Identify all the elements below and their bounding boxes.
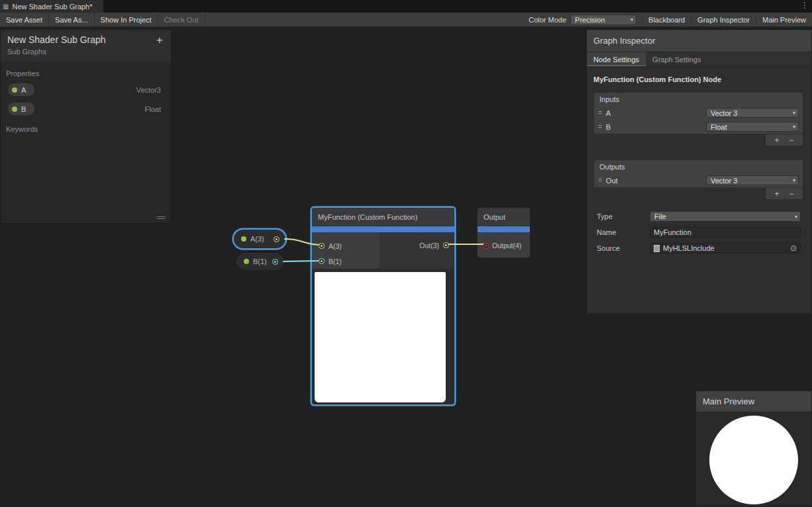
blackboard-title: New Shader Sub Graph	[7, 34, 164, 45]
add-property-button[interactable]: +	[156, 34, 163, 46]
port-icon[interactable]	[319, 258, 325, 264]
tab-node-settings[interactable]: Node Settings	[587, 52, 646, 66]
blackboard-property-row: A Vector3	[1, 80, 171, 99]
remove-output-button[interactable]: −	[789, 189, 794, 199]
type-label: Type	[597, 212, 650, 220]
blackboard-property-row: B Float	[1, 99, 171, 118]
port-icon[interactable]	[443, 242, 449, 248]
inspector-tabs: Node Settings Graph Settings	[587, 52, 811, 67]
shader-graph-icon: ▦	[3, 3, 9, 10]
outputs-list: Outputs = Out Vector 3 ▾	[593, 160, 803, 188]
node-preview-area[interactable]	[315, 272, 446, 402]
source-field-row: Source MyHLSLInclude ⊙	[597, 242, 801, 254]
inputs-list-footer: + −	[765, 134, 803, 146]
node-output[interactable]: Output Output(4)	[477, 207, 531, 258]
add-input-button[interactable]: +	[774, 136, 779, 145]
node-ports: A(3) B(1) Out(3)	[312, 232, 454, 269]
blackboard-header[interactable]: New Shader Sub Graph Sub Graphs +	[1, 30, 171, 63]
main-preview-toggle-button[interactable]: Main Preview	[756, 16, 812, 24]
save-asset-button[interactable]: Save Asset	[0, 13, 49, 26]
output-out-type-dropdown[interactable]: Vector 3 ▾	[706, 175, 799, 185]
name-field-row: Name MyFunction	[597, 226, 801, 238]
output-ports-column: Out(3)	[380, 232, 454, 269]
type-dropdown[interactable]: File ▾	[650, 211, 801, 222]
document-tab[interactable]: ▦ New Shader Sub Graph*	[0, 0, 103, 13]
chevron-down-icon: ▾	[793, 110, 795, 116]
hlsl-file-icon	[654, 245, 660, 252]
dropdown-value: Float	[711, 123, 727, 131]
color-mode-dropdown[interactable]: Precision ▾	[570, 15, 636, 25]
inputs-list-row[interactable]: = B Float ▾	[594, 120, 803, 134]
output-port-out[interactable]: Out(3)	[419, 238, 454, 253]
input-a-type-dropdown[interactable]: Vector 3 ▾	[706, 108, 799, 118]
blackboard-subtitle: Sub Graphs	[7, 48, 164, 56]
drag-handle-icon[interactable]: =	[598, 123, 602, 130]
remove-input-button[interactable]: −	[789, 136, 794, 145]
name-label: Name	[597, 228, 650, 236]
window-menu-icon[interactable]: ⋮	[801, 1, 809, 10]
properties-section-label: Properties	[6, 69, 171, 77]
graph-canvas[interactable]: MyFunction (Custom Function) A(3) B(1) O…	[0, 27, 812, 507]
source-object-field[interactable]: MyHLSLInclude ⊙	[650, 243, 801, 254]
node-title[interactable]: Output	[478, 208, 530, 226]
graph-inspector-toggle-button[interactable]: Graph Inspector	[691, 16, 756, 24]
inputs-list-row[interactable]: = A Vector 3 ▾	[594, 106, 803, 120]
port-label: Output(4)	[492, 242, 521, 250]
name-input[interactable]: MyFunction	[650, 227, 801, 238]
blackboard-panel: New Shader Sub Graph Sub Graphs + Proper…	[0, 29, 172, 224]
node-title[interactable]: MyFunction (Custom Function)	[312, 208, 454, 226]
inputs-list-header: Inputs	[594, 93, 803, 106]
dropdown-value: Precision	[575, 16, 605, 24]
source-value: MyHLSLInclude	[663, 244, 787, 252]
port-label: A(3)	[329, 242, 342, 250]
port-icon[interactable]	[274, 236, 279, 242]
show-in-project-button[interactable]: Show In Project	[95, 13, 158, 26]
type-field-row: Type File ▾	[597, 210, 801, 222]
graph-inspector-panel: Graph Inspector Node Settings Graph Sett…	[586, 29, 812, 314]
toolbar-right-group: Color Mode Precision ▾ Blackboard Graph …	[529, 13, 812, 26]
drag-handle-icon[interactable]: =	[598, 109, 602, 116]
property-dot-icon	[244, 259, 249, 264]
property-pill-b[interactable]: B	[7, 102, 35, 116]
output-port-row[interactable]: Output(4)	[478, 232, 530, 258]
save-as-button[interactable]: Save As...	[49, 13, 95, 26]
port-icon[interactable]	[272, 259, 278, 265]
main-preview-title[interactable]: Main Preview	[696, 391, 811, 412]
input-ports-column: A(3) B(1)	[312, 232, 380, 269]
chevron-down-icon: ▾	[793, 177, 795, 183]
main-preview-viewport[interactable]	[696, 412, 811, 506]
input-b-type-dropdown[interactable]: Float ▾	[706, 122, 799, 132]
dropdown-value: Vector 3	[711, 177, 737, 185]
node-accent-bar	[312, 226, 454, 232]
color-mode-label: Color Mode	[529, 16, 566, 24]
port-icon[interactable]	[319, 243, 325, 249]
add-output-button[interactable]: +	[774, 189, 779, 199]
drag-handle-icon[interactable]: =	[598, 177, 602, 184]
blackboard-toggle-button[interactable]: Blackboard	[642, 16, 691, 24]
resize-grip-icon[interactable]	[157, 215, 166, 219]
port-label: Out(3)	[419, 242, 439, 250]
port-label: B(1)	[329, 257, 342, 265]
toolbar: Save Asset Save As... Show In Project Ch…	[0, 13, 812, 27]
input-name: A	[606, 109, 702, 117]
tab-graph-settings[interactable]: Graph Settings	[646, 52, 707, 66]
property-node-b[interactable]: B(1)	[236, 252, 285, 271]
dropdown-value: File	[654, 212, 666, 220]
source-label: Source	[597, 244, 650, 252]
name-value: MyFunction	[654, 228, 691, 236]
node-myfunction[interactable]: MyFunction (Custom Function) A(3) B(1) O…	[311, 207, 455, 405]
graph-inspector-title[interactable]: Graph Inspector	[587, 30, 811, 52]
property-node-label: A(3)	[250, 235, 270, 243]
outputs-list-header: Outputs	[594, 160, 803, 173]
check-out-button: Check Out	[158, 13, 205, 26]
main-preview-panel: Main Preview	[695, 391, 812, 507]
selected-node-title: MyFunction (Custom Function) Node	[593, 75, 805, 83]
object-picker-icon[interactable]: ⊙	[790, 244, 797, 252]
property-node-a[interactable]: A(3)	[233, 229, 286, 249]
outputs-list-row[interactable]: = Out Vector 3 ▾	[594, 173, 803, 187]
port-icon[interactable]	[483, 243, 489, 249]
property-pill-a[interactable]: A	[7, 83, 35, 97]
input-port-b[interactable]: B(1)	[312, 254, 380, 269]
property-name: B	[21, 105, 26, 113]
input-port-a[interactable]: A(3)	[312, 238, 380, 254]
